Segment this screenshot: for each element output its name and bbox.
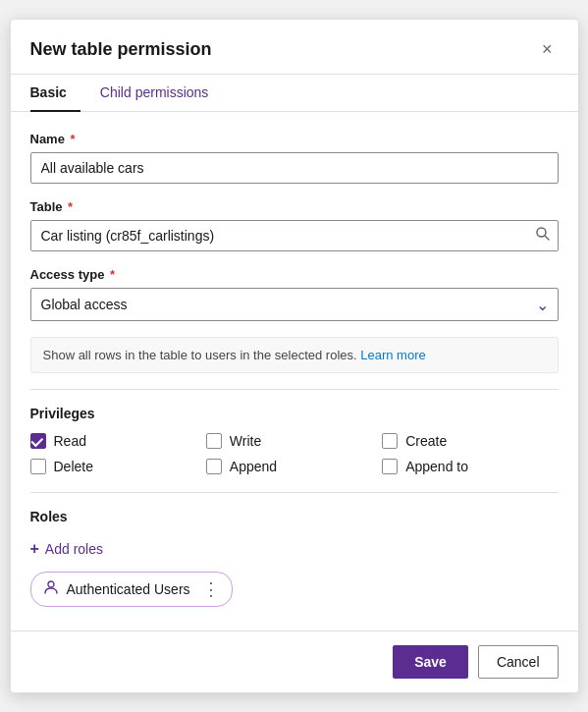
name-input[interactable] — [30, 152, 559, 184]
privileges-grid: Read Write Create Delete Append Append t… — [30, 433, 559, 474]
privileges-title: Privileges — [30, 406, 559, 421]
learn-more-link[interactable]: Learn more — [360, 348, 425, 362]
access-type-select[interactable]: Global access — [30, 288, 559, 321]
privilege-read[interactable]: Read — [30, 433, 206, 449]
delete-checkbox[interactable] — [30, 459, 46, 474]
svg-point-2 — [48, 581, 54, 587]
svg-line-1 — [545, 236, 549, 240]
read-label: Read — [54, 433, 86, 449]
privilege-appendto[interactable]: Append to — [382, 459, 558, 474]
appendto-label: Append to — [405, 459, 468, 474]
role-tag-authenticated-users: Authenticated Users ⋮ — [30, 572, 233, 607]
user-icon — [43, 579, 59, 599]
append-checkbox[interactable] — [206, 459, 222, 474]
name-label: Name * — [30, 132, 559, 146]
role-tag-label: Authenticated Users — [67, 581, 190, 597]
add-roles-button[interactable]: + Add roles — [30, 536, 104, 562]
access-type-select-wrap: Global access ⌄ — [30, 288, 559, 321]
create-checkbox[interactable] — [382, 433, 398, 449]
create-label: Create — [405, 433, 447, 449]
write-checkbox[interactable] — [206, 433, 222, 449]
cancel-button[interactable]: Cancel — [478, 645, 559, 679]
info-box: Show all rows in the table to users in t… — [30, 337, 559, 373]
role-tag-menu-icon[interactable]: ⋮ — [202, 578, 220, 600]
privilege-create[interactable]: Create — [382, 433, 558, 449]
save-button[interactable]: Save — [393, 645, 468, 679]
access-type-label: Access type * — [30, 267, 559, 282]
divider-2 — [30, 492, 559, 493]
close-button[interactable]: × — [536, 37, 559, 62]
table-label: Table * — [30, 199, 559, 214]
write-label: Write — [230, 433, 261, 449]
roles-title: Roles — [30, 509, 559, 524]
appendto-checkbox[interactable] — [382, 459, 398, 474]
table-field-group: Table * — [30, 199, 559, 251]
dialog-header: New table permission × — [11, 20, 578, 75]
privilege-append[interactable]: Append — [206, 459, 382, 474]
append-label: Append — [230, 459, 277, 474]
dialog-title: New table permission — [30, 39, 212, 60]
access-type-field-group: Access type * Global access ⌄ — [30, 267, 559, 321]
read-checkbox[interactable] — [30, 433, 46, 449]
name-field-group: Name * — [30, 132, 559, 184]
roles-list: Authenticated Users ⋮ — [30, 572, 559, 607]
delete-label: Delete — [54, 459, 93, 474]
divider-1 — [30, 389, 559, 390]
plus-icon: + — [30, 540, 39, 558]
new-table-permission-dialog: New table permission × Basic Child permi… — [10, 19, 579, 693]
table-input[interactable] — [30, 220, 559, 251]
privilege-write[interactable]: Write — [206, 433, 382, 449]
tab-child-permissions[interactable]: Child permissions — [100, 75, 222, 112]
table-search-icon[interactable] — [535, 226, 551, 246]
tabs-bar: Basic Child permissions — [11, 75, 578, 112]
dialog-body: Name * Table * Access type * — [11, 112, 578, 630]
tab-basic[interactable]: Basic — [30, 75, 80, 112]
privilege-delete[interactable]: Delete — [30, 459, 206, 474]
dialog-footer: Save Cancel — [11, 630, 578, 692]
table-input-wrap — [30, 220, 559, 251]
roles-section: Roles + Add roles Authenticated Users ⋮ — [30, 509, 559, 607]
